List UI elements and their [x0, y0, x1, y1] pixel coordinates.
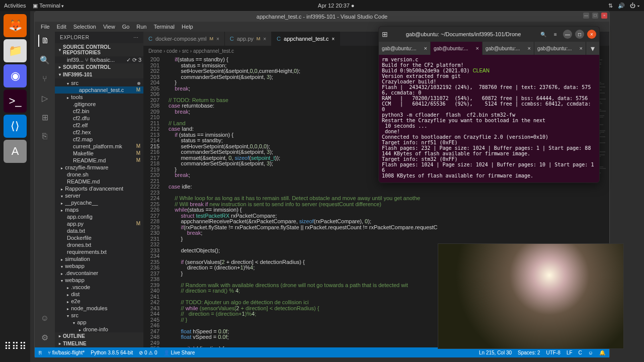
terminal-tab[interactable]: gab@ubuntu:... × [431, 42, 482, 55]
tree-item[interactable]: data.txt [55, 227, 143, 234]
dock-discord[interactable]: ◉ [4, 64, 27, 87]
dock-vscode[interactable]: ⟨⟩ [4, 115, 27, 138]
menu-file[interactable]: File [38, 24, 53, 30]
status-bell[interactable]: 🔔 [599, 350, 605, 355]
status-language[interactable]: C [579, 350, 582, 355]
tree-item[interactable]: tools [55, 94, 143, 101]
tree-item[interactable]: src [55, 79, 143, 86]
menu-run[interactable]: Run [133, 24, 149, 30]
tree-item[interactable]: drone-info [55, 326, 143, 332]
editor-tab[interactable]: C appchannel_test.c × [272, 32, 340, 46]
tree-item[interactable]: drone.sh [55, 171, 143, 178]
terminal-tab[interactable]: gab@ubuntu:... × [534, 42, 586, 55]
tree-item[interactable]: app.config [55, 213, 143, 220]
menu-help[interactable]: Help [179, 24, 196, 30]
tree-item[interactable]: node_modules [55, 305, 143, 312]
tree-item[interactable]: app [55, 319, 143, 326]
dock-files[interactable]: 📁 [4, 39, 27, 62]
section-source-control[interactable]: SOURCE CONTROL [55, 63, 143, 71]
dock-apps[interactable]: ⠿⠿⠿ [4, 335, 27, 358]
tree-item[interactable]: .gitignore [55, 101, 143, 108]
terminal-minimize[interactable]: — [563, 30, 572, 39]
activities-button[interactable]: Activities [4, 3, 26, 9]
terminal-tab[interactable]: gab@ubuntu:... × [379, 42, 431, 55]
editor-tab[interactable]: C app.py M × [225, 32, 272, 46]
section-outline[interactable]: OUTLINE [55, 332, 143, 340]
status-python[interactable]: Python 3.8.5 64-bit [91, 350, 133, 355]
status-eol[interactable]: LF [567, 350, 573, 355]
tree-item[interactable]: crazyflie-firmware [55, 164, 143, 171]
source-control-icon[interactable]: ⑂ [39, 73, 51, 85]
tree-item[interactable]: MakefileM [55, 150, 143, 157]
tree-item[interactable]: README.mdM [55, 157, 143, 164]
menu-selection[interactable]: Selection [70, 24, 99, 30]
tree-item[interactable]: e2e [55, 298, 143, 305]
clock[interactable]: Apr 12 20:37 ● [64, 3, 608, 9]
search-icon[interactable]: 🔍 [39, 54, 51, 66]
menu-go[interactable]: Go [119, 24, 133, 30]
file-tree[interactable]: srcappchannel_test.cMtools.gitignorecf2.… [55, 78, 143, 332]
tree-item[interactable]: dist [55, 291, 143, 298]
tree-item[interactable]: src [55, 312, 143, 319]
tree-item[interactable]: simulation [55, 255, 143, 262]
tree-item[interactable]: __pycache__ [55, 199, 143, 206]
volume-icon[interactable]: 🔊 [618, 3, 625, 9]
minimize-button[interactable]: — [583, 13, 589, 19]
terminal-menu-icon[interactable]: ≡ [551, 30, 560, 39]
dock-firefox[interactable]: 🦊 [4, 14, 27, 37]
tree-item[interactable]: cf2.elf [55, 122, 143, 129]
tree-item[interactable]: cf2.hex [55, 129, 143, 136]
tree-item[interactable]: .devcontainer [55, 269, 143, 277]
terminal-close[interactable]: × [587, 30, 596, 39]
network-icon[interactable]: ⇅ [608, 3, 613, 9]
app-menu[interactable]: ▣ Terminal [33, 3, 64, 9]
terminal-maximize[interactable]: □ [575, 30, 584, 39]
tree-item[interactable]: server [55, 192, 143, 199]
tree-item[interactable]: cf2.dfu [55, 115, 143, 122]
menu-view[interactable]: View [100, 24, 118, 30]
dock-software[interactable]: A [4, 140, 27, 163]
new-tab-button[interactable]: ⊞ [382, 30, 388, 38]
menu-terminal[interactable]: Terminal [151, 24, 178, 30]
status-feedback[interactable]: ☺ [588, 350, 593, 355]
status-remote[interactable]: ⎘ [39, 350, 42, 355]
repo-row[interactable]: inf39... ⑂ fix/basic... ✓ ⟳ 3 [55, 56, 143, 63]
account-icon[interactable]: ☺ [39, 312, 51, 324]
close-button[interactable]: × [601, 13, 607, 19]
tree-item[interactable]: cf2.map [55, 136, 143, 143]
debug-icon[interactable]: ▷ [39, 92, 51, 104]
tree-item[interactable]: current_platform.mkM [55, 143, 143, 150]
tree-item[interactable]: README.md [55, 178, 143, 185]
status-liveshare[interactable]: 👤 Live Share [164, 350, 195, 355]
terminal-search-icon[interactable]: 🔍 [539, 30, 548, 39]
power-icon[interactable]: ⏻ ▾ [630, 3, 640, 9]
tree-item[interactable]: appchannel_test.cM [55, 86, 143, 94]
tree-item[interactable]: app.pyM [55, 220, 143, 227]
status-branch[interactable]: ⑂ fix/basic-flight* [48, 350, 85, 355]
tree-item[interactable]: cf2.bin [55, 108, 143, 115]
explorer-icon[interactable]: 🗎 [38, 35, 50, 47]
status-spaces[interactable]: Spaces: 2 [518, 350, 540, 355]
tree-item[interactable]: webapp [55, 277, 143, 284]
section-workspace[interactable]: INF3995-101 [55, 71, 143, 78]
dock-terminal[interactable]: >_ [4, 89, 27, 113]
tree-item[interactable]: .vscode [55, 284, 143, 291]
tree-item[interactable]: requirements.txt [55, 248, 143, 255]
remote-icon[interactable]: ⎘ [39, 130, 51, 142]
menu-edit[interactable]: Edit [54, 24, 69, 30]
terminal-titlebar[interactable]: ⊞ gab@ubuntu: ~/Documents/inf3995-101/Dr… [379, 27, 599, 42]
status-position[interactable]: Ln 215, Col 30 [479, 350, 512, 355]
tree-item[interactable]: webapp [55, 262, 143, 269]
section-source-control-repos[interactable]: SOURCE CONTROL REPOSITORIES [55, 43, 143, 56]
status-encoding[interactable]: UTF-8 [546, 350, 560, 355]
terminal-tab[interactable]: gab@ubuntu:... × [482, 42, 534, 55]
tree-item[interactable]: drones.txt [55, 241, 143, 248]
extensions-icon[interactable]: ⊞ [39, 111, 51, 123]
editor-tab[interactable]: C docker-compose.yml M × [143, 32, 225, 46]
section-timeline[interactable]: TIMELINE [55, 340, 143, 347]
terminal-content[interactable]: rm version.c Build for the CF2 platform!… [379, 55, 599, 183]
tree-item[interactable]: Rapports d'avancement [55, 185, 143, 192]
tree-item[interactable]: Dockerfile [55, 234, 143, 241]
maximize-button[interactable]: □ [592, 13, 598, 19]
status-problems[interactable]: ⊘ 0 ⚠ 0 [139, 350, 157, 355]
